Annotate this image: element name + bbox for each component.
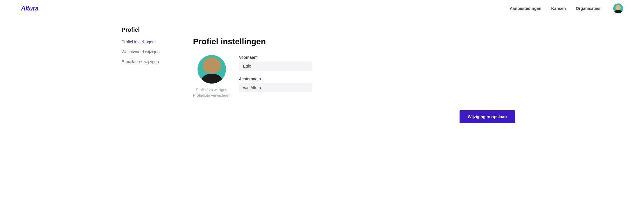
firstname-input[interactable]	[239, 61, 312, 71]
save-button[interactable]: Wijzigingen opslaan	[460, 110, 515, 123]
sidebar-item-change-email[interactable]: E-mailadres wijzigen	[122, 59, 180, 64]
lastname-input[interactable]	[239, 83, 312, 92]
delete-photo-button[interactable]: Profielfoto verwijderen	[193, 93, 230, 98]
page-wrapper: Profiel Profiel instellingen Wachtwoord …	[0, 17, 644, 144]
profile-photo	[198, 55, 226, 84]
firstname-group: Voornaam	[239, 55, 312, 71]
main-panel: Profiel instellingen Profielfoto wijzige…	[186, 26, 523, 135]
header: Altura Aanbestedingen Kansen Organisatie…	[0, 0, 644, 17]
actions-row: Wijzigingen opslaan	[193, 110, 515, 123]
profile-row: Profielfoto wijzigen Profielfoto verwijd…	[193, 55, 515, 99]
firstname-label: Voornaam	[239, 55, 312, 60]
nav-link-kansen[interactable]: Kansen	[551, 6, 566, 11]
header-right: Aanbestedingen Kansen Organisaties	[510, 3, 623, 13]
lastname-group: Achternaam	[239, 77, 312, 92]
layout: Profiel Profiel instellingen Wachtwoord …	[122, 26, 523, 135]
nav-link-aanbestedingen[interactable]: Aanbestedingen	[510, 6, 541, 11]
sidebar-item-change-password[interactable]: Wachtwoord wijzigen	[122, 49, 180, 54]
sidebar-title: Profiel	[122, 26, 180, 33]
brand-logo[interactable]: Altura	[21, 5, 39, 12]
nav-link-organisaties[interactable]: Organisaties	[576, 6, 600, 11]
change-photo-button[interactable]: Profielfoto wijzigen	[193, 88, 230, 92]
page-title: Profiel instellingen	[193, 37, 515, 46]
photo-column: Profielfoto wijzigen Profielfoto verwijd…	[193, 55, 230, 99]
sidebar-item-profile-settings[interactable]: Profiel instellingen	[122, 40, 180, 44]
fields-column: Voornaam Achternaam	[239, 55, 312, 98]
sidebar: Profiel Profiel instellingen Wachtwoord …	[122, 26, 186, 135]
lastname-label: Achternaam	[239, 77, 312, 81]
user-avatar-icon[interactable]	[613, 3, 623, 13]
